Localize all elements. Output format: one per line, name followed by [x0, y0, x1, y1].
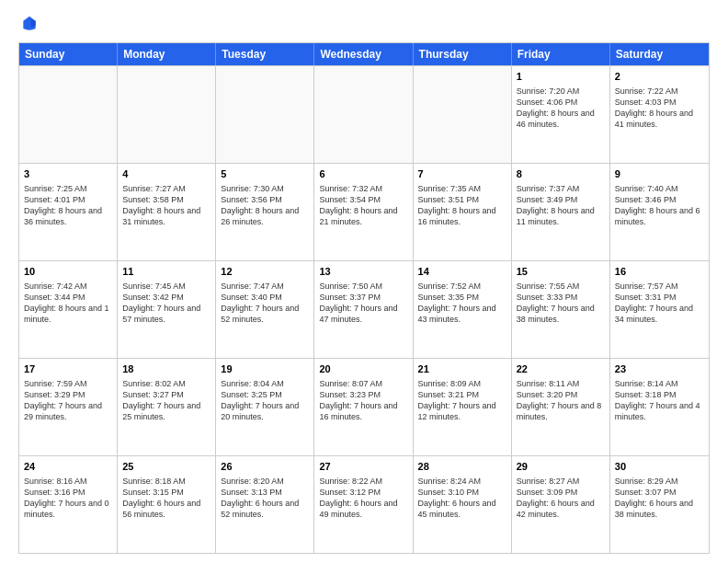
header-day: Wednesday — [314, 43, 413, 65]
calendar-cell: 14Sunrise: 7:52 AM Sunset: 3:35 PM Dayli… — [414, 261, 512, 358]
day-number: 5 — [221, 167, 309, 181]
calendar-row: 10Sunrise: 7:42 AM Sunset: 3:44 PM Dayli… — [19, 260, 709, 358]
day-info: Sunrise: 8:11 AM Sunset: 3:20 PM Dayligh… — [517, 378, 605, 423]
calendar-cell: 10Sunrise: 7:42 AM Sunset: 3:44 PM Dayli… — [19, 261, 118, 358]
day-info: Sunrise: 7:20 AM Sunset: 4:06 PM Dayligh… — [517, 86, 605, 131]
day-number: 3 — [24, 167, 112, 181]
header — [18, 15, 710, 33]
day-number: 26 — [221, 460, 309, 474]
day-info: Sunrise: 7:42 AM Sunset: 3:44 PM Dayligh… — [24, 281, 112, 326]
day-info: Sunrise: 7:37 AM Sunset: 3:49 PM Dayligh… — [517, 183, 605, 228]
calendar-cell: 12Sunrise: 7:47 AM Sunset: 3:40 PM Dayli… — [216, 261, 314, 358]
calendar-row: 1Sunrise: 7:20 AM Sunset: 4:06 PM Daylig… — [19, 65, 709, 163]
day-info: Sunrise: 7:55 AM Sunset: 3:33 PM Dayligh… — [517, 281, 605, 326]
calendar-cell: 27Sunrise: 8:22 AM Sunset: 3:12 PM Dayli… — [314, 456, 413, 553]
calendar-cell — [314, 66, 413, 163]
day-info: Sunrise: 7:47 AM Sunset: 3:40 PM Dayligh… — [221, 281, 309, 326]
calendar: SundayMondayTuesdayWednesdayThursdayFrid… — [18, 42, 710, 554]
day-number: 16 — [615, 265, 704, 279]
calendar-cell: 30Sunrise: 8:29 AM Sunset: 3:07 PM Dayli… — [610, 456, 709, 553]
day-info: Sunrise: 8:04 AM Sunset: 3:25 PM Dayligh… — [221, 378, 309, 423]
day-info: Sunrise: 7:32 AM Sunset: 3:54 PM Dayligh… — [319, 183, 407, 228]
day-info: Sunrise: 7:25 AM Sunset: 4:01 PM Dayligh… — [24, 183, 112, 228]
calendar-cell: 3Sunrise: 7:25 AM Sunset: 4:01 PM Daylig… — [19, 164, 118, 260]
day-number: 20 — [319, 362, 407, 376]
day-info: Sunrise: 7:22 AM Sunset: 4:03 PM Dayligh… — [615, 86, 704, 131]
logo — [18, 15, 39, 33]
day-number: 1 — [517, 70, 605, 84]
calendar-cell: 16Sunrise: 7:57 AM Sunset: 3:31 PM Dayli… — [610, 261, 709, 358]
day-info: Sunrise: 8:24 AM Sunset: 3:10 PM Dayligh… — [418, 476, 506, 521]
calendar-cell — [216, 66, 314, 163]
day-info: Sunrise: 8:29 AM Sunset: 3:07 PM Dayligh… — [615, 476, 704, 521]
calendar-cell: 20Sunrise: 8:07 AM Sunset: 3:23 PM Dayli… — [314, 359, 413, 455]
calendar-row: 24Sunrise: 8:16 AM Sunset: 3:16 PM Dayli… — [19, 455, 709, 553]
day-info: Sunrise: 8:16 AM Sunset: 3:16 PM Dayligh… — [24, 476, 112, 521]
day-info: Sunrise: 8:20 AM Sunset: 3:13 PM Dayligh… — [221, 476, 309, 521]
calendar-cell — [118, 66, 216, 163]
day-number: 12 — [221, 265, 309, 279]
day-number: 7 — [418, 167, 506, 181]
day-number: 8 — [517, 167, 605, 181]
day-info: Sunrise: 7:27 AM Sunset: 3:58 PM Dayligh… — [122, 183, 210, 228]
calendar-cell: 28Sunrise: 8:24 AM Sunset: 3:10 PM Dayli… — [414, 456, 512, 553]
day-info: Sunrise: 7:52 AM Sunset: 3:35 PM Dayligh… — [418, 281, 506, 326]
calendar-cell: 5Sunrise: 7:30 AM Sunset: 3:56 PM Daylig… — [216, 164, 314, 260]
day-number: 29 — [517, 460, 605, 474]
day-info: Sunrise: 7:45 AM Sunset: 3:42 PM Dayligh… — [122, 281, 210, 326]
day-number: 10 — [24, 265, 112, 279]
day-info: Sunrise: 8:07 AM Sunset: 3:23 PM Dayligh… — [319, 378, 407, 423]
calendar-row: 3Sunrise: 7:25 AM Sunset: 4:01 PM Daylig… — [19, 163, 709, 260]
calendar-cell: 2Sunrise: 7:22 AM Sunset: 4:03 PM Daylig… — [610, 66, 709, 163]
calendar-cell — [19, 66, 118, 163]
day-info: Sunrise: 7:57 AM Sunset: 3:31 PM Dayligh… — [615, 281, 704, 326]
header-day: Friday — [512, 43, 610, 65]
day-info: Sunrise: 8:02 AM Sunset: 3:27 PM Dayligh… — [122, 378, 210, 423]
calendar-cell — [414, 66, 512, 163]
calendar-cell: 13Sunrise: 7:50 AM Sunset: 3:37 PM Dayli… — [314, 261, 413, 358]
calendar-cell: 15Sunrise: 7:55 AM Sunset: 3:33 PM Dayli… — [512, 261, 610, 358]
day-info: Sunrise: 7:59 AM Sunset: 3:29 PM Dayligh… — [24, 378, 112, 423]
calendar-cell: 6Sunrise: 7:32 AM Sunset: 3:54 PM Daylig… — [314, 164, 413, 260]
day-number: 2 — [615, 70, 704, 84]
calendar-cell: 1Sunrise: 7:20 AM Sunset: 4:06 PM Daylig… — [512, 66, 610, 163]
calendar-cell: 8Sunrise: 7:37 AM Sunset: 3:49 PM Daylig… — [512, 164, 610, 260]
calendar-body: 1Sunrise: 7:20 AM Sunset: 4:06 PM Daylig… — [19, 65, 709, 553]
day-info: Sunrise: 8:18 AM Sunset: 3:15 PM Dayligh… — [122, 476, 210, 521]
calendar-header: SundayMondayTuesdayWednesdayThursdayFrid… — [19, 43, 709, 65]
header-day: Saturday — [610, 43, 709, 65]
calendar-cell: 7Sunrise: 7:35 AM Sunset: 3:51 PM Daylig… — [414, 164, 512, 260]
day-number: 18 — [122, 362, 210, 376]
calendar-cell: 26Sunrise: 8:20 AM Sunset: 3:13 PM Dayli… — [216, 456, 314, 553]
calendar-cell: 4Sunrise: 7:27 AM Sunset: 3:58 PM Daylig… — [118, 164, 216, 260]
calendar-cell: 23Sunrise: 8:14 AM Sunset: 3:18 PM Dayli… — [610, 359, 709, 455]
calendar-cell: 18Sunrise: 8:02 AM Sunset: 3:27 PM Dayli… — [118, 359, 216, 455]
day-number: 13 — [319, 265, 407, 279]
day-number: 11 — [122, 265, 210, 279]
day-number: 17 — [24, 362, 112, 376]
day-number: 9 — [615, 167, 704, 181]
header-day: Tuesday — [216, 43, 314, 65]
day-info: Sunrise: 8:09 AM Sunset: 3:21 PM Dayligh… — [418, 378, 506, 423]
calendar-row: 17Sunrise: 7:59 AM Sunset: 3:29 PM Dayli… — [19, 358, 709, 455]
day-number: 27 — [319, 460, 407, 474]
calendar-cell: 11Sunrise: 7:45 AM Sunset: 3:42 PM Dayli… — [118, 261, 216, 358]
day-number: 6 — [319, 167, 407, 181]
day-info: Sunrise: 7:40 AM Sunset: 3:46 PM Dayligh… — [615, 183, 704, 228]
day-number: 30 — [615, 460, 704, 474]
day-number: 22 — [517, 362, 605, 376]
day-info: Sunrise: 8:14 AM Sunset: 3:18 PM Dayligh… — [615, 378, 704, 423]
calendar-cell: 21Sunrise: 8:09 AM Sunset: 3:21 PM Dayli… — [414, 359, 512, 455]
calendar-cell: 25Sunrise: 8:18 AM Sunset: 3:15 PM Dayli… — [118, 456, 216, 553]
day-number: 24 — [24, 460, 112, 474]
header-day: Thursday — [414, 43, 512, 65]
header-day: Monday — [118, 43, 216, 65]
day-number: 15 — [517, 265, 605, 279]
day-info: Sunrise: 8:22 AM Sunset: 3:12 PM Dayligh… — [319, 476, 407, 521]
page: SundayMondayTuesdayWednesdayThursdayFrid… — [0, 0, 728, 563]
day-info: Sunrise: 8:27 AM Sunset: 3:09 PM Dayligh… — [517, 476, 605, 521]
day-number: 14 — [418, 265, 506, 279]
day-info: Sunrise: 7:35 AM Sunset: 3:51 PM Dayligh… — [418, 183, 506, 228]
calendar-cell: 24Sunrise: 8:16 AM Sunset: 3:16 PM Dayli… — [19, 456, 118, 553]
day-number: 19 — [221, 362, 309, 376]
